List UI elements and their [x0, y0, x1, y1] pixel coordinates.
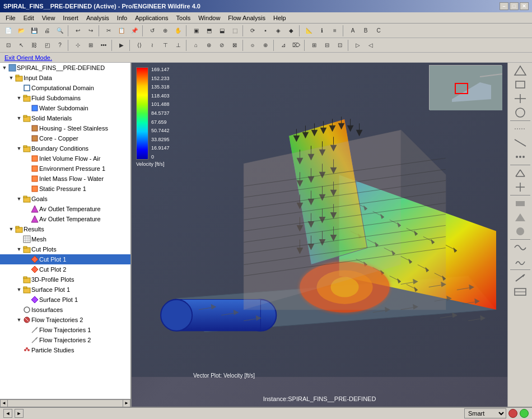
tb2-play[interactable]: ▶ — [115, 39, 128, 52]
rp-dot1[interactable] — [510, 122, 530, 136]
tb-redo[interactable]: ↪ — [85, 25, 97, 37]
sidebar-scroll-right[interactable]: ► — [123, 399, 130, 407]
tree-av-outlet2[interactable]: Av Outlet Temperature — [0, 214, 130, 224]
exit-orient-button[interactable]: Exit Orient Mode. — [4, 54, 52, 61]
tree-housing[interactable]: Housing - Steel Stainless — [0, 123, 130, 133]
tb-extra3[interactable]: C — [372, 25, 385, 37]
select-mode-dropdown[interactable]: Smart Geometry Feature — [464, 408, 506, 418]
tree-solid-mat[interactable]: ▼ Solid Materials — [0, 113, 130, 123]
menu-insert[interactable]: Insert — [59, 13, 82, 22]
tree-results[interactable]: ▼ Results — [0, 224, 130, 234]
tb2-snap[interactable]: ⊹ — [72, 39, 84, 52]
rp-xyz1[interactable] — [510, 166, 530, 180]
tb-extra1[interactable]: A — [347, 25, 359, 37]
viewport[interactable]: 169.147 152.233 135.318 118.403 101.488 … — [132, 63, 507, 407]
tb-zoom[interactable]: ⊕ — [159, 25, 171, 37]
expand-surf-plots[interactable]: ▼ — [16, 286, 22, 293]
tree-goals[interactable]: ▼ Goals — [0, 194, 130, 204]
tb-front[interactable]: ▣ — [190, 25, 202, 37]
tb2-e3[interactable]: ⊡ — [334, 39, 346, 52]
tree-cut-plots[interactable]: ▼ Cut Plots — [0, 244, 130, 254]
menu-view[interactable]: View — [39, 13, 59, 22]
close-button[interactable]: ✕ — [520, 2, 529, 10]
tb-pan[interactable]: ✋ — [172, 25, 184, 37]
tb-save[interactable]: 💾 — [28, 25, 40, 37]
tb2-b2[interactable]: ⊛ — [203, 39, 215, 52]
rp-func1[interactable] — [510, 271, 530, 285]
tree-fluid-sub[interactable]: ▼ Fluid Subdomains — [0, 93, 130, 103]
minimize-button[interactable]: – — [500, 2, 508, 10]
tree-cut-plot1[interactable]: Cut Plot 1 — [0, 254, 130, 264]
tree-flow-traj2[interactable]: Flow Trajectories 2 — [0, 335, 130, 345]
tb-search[interactable]: 🔍 — [54, 25, 66, 37]
tb-right[interactable]: ⬓ — [216, 25, 228, 37]
tree-mesh[interactable]: Mesh — [0, 234, 130, 244]
tree-cut-plot2[interactable]: Cut Plot 2 — [0, 264, 130, 274]
tree-3d-profile[interactable]: 3D-Profile Plots — [0, 274, 130, 285]
tb2-a2[interactable]: ≀ — [146, 39, 158, 52]
tree-water-sub[interactable]: Water Subdomain — [0, 103, 130, 113]
tree-surf-plot1[interactable]: Surface Plot 1 — [0, 295, 130, 305]
expand-fluid[interactable]: ▼ — [16, 95, 22, 101]
tree-isosurfaces[interactable]: Isosurfaces — [0, 305, 130, 315]
menu-tools[interactable]: Tools — [173, 13, 194, 22]
tree-static-press[interactable]: Static Pressure 1 — [0, 184, 130, 194]
tb-display1[interactable]: ▪ — [259, 25, 272, 37]
menu-file[interactable]: File — [2, 13, 19, 22]
tree-input-data[interactable]: ▼ Input Data — [0, 73, 130, 83]
tb2-b1[interactable]: ⌂ — [190, 39, 202, 52]
tree-comp-domain[interactable]: Computational Domain — [0, 83, 130, 93]
tb-cut[interactable]: ✂ — [102, 25, 115, 37]
rp-view4[interactable] — [510, 106, 530, 119]
tb-iso[interactable]: ⬚ — [228, 25, 241, 37]
expand-flow-traj[interactable]: ▼ — [16, 316, 22, 323]
menu-flow-analysis[interactable]: Flow Analysis — [225, 13, 269, 22]
tb2-d2[interactable]: ⌦ — [290, 39, 302, 52]
tb2-e1[interactable]: ⊞ — [308, 39, 320, 52]
tb2-b4[interactable]: ⊠ — [228, 39, 241, 52]
tb-undo[interactable]: ↩ — [72, 25, 84, 37]
tb2-a4[interactable]: ⊥ — [172, 39, 184, 52]
rp-view2[interactable] — [510, 78, 530, 91]
rp-dot2[interactable] — [510, 136, 530, 150]
menu-window[interactable]: Window — [195, 13, 223, 22]
tb-open[interactable]: 📂 — [15, 25, 27, 37]
expand-results[interactable]: ▼ — [8, 226, 15, 232]
rp-shape1[interactable] — [510, 197, 530, 210]
tb2-a3[interactable]: ⊤ — [159, 39, 171, 52]
tree-av-outlet1[interactable]: Av Outlet Temperature — [0, 204, 130, 214]
tb2-d1[interactable]: ⊿ — [277, 39, 290, 52]
tb-paste[interactable]: 📌 — [128, 25, 141, 37]
expand-goals[interactable]: ▼ — [16, 195, 22, 202]
tree-root[interactable]: ▼ SPIRAL_FINS__PRE-DEFINED — [0, 63, 130, 73]
tree-env-press[interactable]: Environment Pressure 1 — [0, 164, 130, 174]
tb2-help[interactable]: ? — [54, 39, 66, 52]
menu-info[interactable]: Info — [114, 13, 130, 22]
tb-top[interactable]: ⬒ — [203, 25, 215, 37]
tb2-chain[interactable]: ⛓ — [28, 39, 40, 52]
tb-display3[interactable]: ◆ — [285, 25, 297, 37]
tree-flow-traj1[interactable]: Flow Trajectories 1 — [0, 325, 130, 335]
expand-solid[interactable]: ▼ — [16, 115, 22, 122]
tree-flow-traj[interactable]: ▼ Flow Trajectories 2 — [0, 315, 130, 325]
tb2-select[interactable]: ⊡ — [2, 39, 15, 52]
tree-surf-plots[interactable]: ▼ Surface Plot 1 — [0, 285, 130, 295]
mini-viewport[interactable] — [429, 65, 502, 110]
tb-new[interactable]: 📄 — [2, 25, 15, 37]
menu-applications[interactable]: Applications — [132, 13, 171, 22]
tb-copy[interactable]: 📋 — [115, 25, 128, 37]
menu-edit[interactable]: Edit — [20, 13, 38, 22]
sidebar-scroll-left[interactable]: ◄ — [0, 399, 8, 407]
maximize-button[interactable]: □ — [510, 2, 519, 10]
tree-core[interactable]: Core - Copper — [0, 133, 130, 143]
tb2-e2[interactable]: ⊟ — [321, 39, 333, 52]
tb2-c2[interactable]: ⊕ — [259, 39, 272, 52]
rp-wave1[interactable] — [510, 241, 530, 254]
rp-shape2[interactable] — [510, 211, 530, 224]
tb-repaint[interactable]: ⟳ — [246, 25, 259, 37]
menu-analysis[interactable]: Analysis — [83, 13, 113, 22]
tree-boundary[interactable]: ▼ Boundary Conditions — [0, 143, 130, 153]
menu-help[interactable]: Help — [270, 13, 290, 22]
tb2-f2[interactable]: ◁ — [365, 39, 377, 52]
tb2-b3[interactable]: ⊘ — [216, 39, 228, 52]
